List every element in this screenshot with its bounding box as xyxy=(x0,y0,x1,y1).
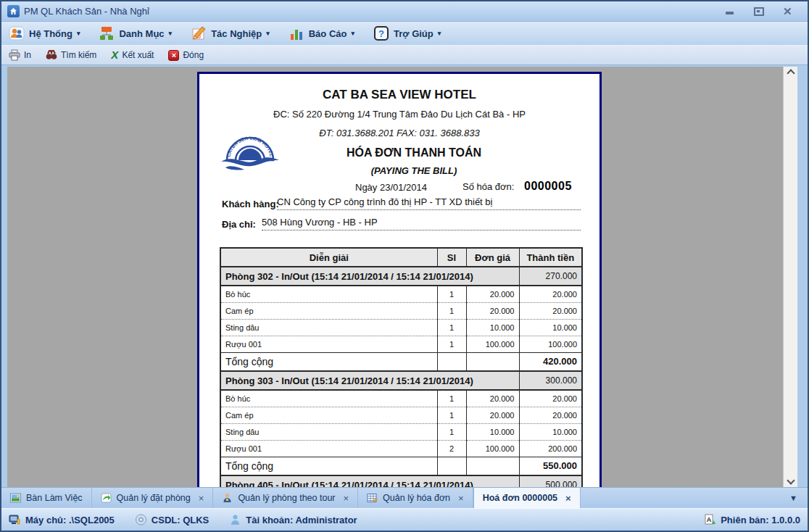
section-amount: 500.000 xyxy=(519,475,582,487)
hotel-address: ĐC: Số 220 Đường 1/4 Trung Tâm Đảo Du Lị… xyxy=(199,109,600,120)
invoice-title: HÓA ĐƠN THANH TOÁN xyxy=(228,146,600,159)
item-amount: 20.000 xyxy=(519,286,582,302)
section-row: Phòng 302 - In/Out (15:14 21/01/2014 / 1… xyxy=(220,267,582,286)
total-amount: 420.000 xyxy=(519,352,582,371)
item-amount: 10.000 xyxy=(519,319,582,336)
invoice-grid-icon xyxy=(367,493,378,503)
section-title: Phòng 303 - In/Out (15:14 21/01/2014 / 1… xyxy=(220,371,519,390)
tool-label: Kết xuất xyxy=(122,50,154,60)
item-name: Sting dâu xyxy=(220,319,437,336)
scroll-down-icon[interactable] xyxy=(787,476,795,484)
close-icon: × xyxy=(168,50,179,61)
design-pencil-icon xyxy=(191,25,207,41)
close-window-button[interactable]: ✕ xyxy=(783,7,793,16)
tool-label: Tìm kiếm xyxy=(61,50,96,60)
address-value: 508 Hùng Vương - HB - HP xyxy=(262,217,581,230)
col-header: Đơn giá xyxy=(466,248,519,267)
status-account-text: Tài khoản: Administrator xyxy=(246,515,357,525)
status-version: A Phiên bản: 1.0.0.0 xyxy=(704,514,800,525)
empty-cell xyxy=(437,457,466,475)
item-amount: 100.000 xyxy=(519,336,582,352)
item-price: 100.000 xyxy=(466,440,519,457)
tab-ban-lam-viec[interactable]: Bàn Làm Việc xyxy=(1,488,92,508)
menu-he-thong[interactable]: Hệ Thống ▾ xyxy=(9,25,80,41)
print-button[interactable]: In xyxy=(9,49,31,61)
printer-icon xyxy=(9,49,20,61)
menu-label: Tác Nghiệp xyxy=(211,28,262,39)
tab-hoa-don-0000005[interactable]: Hoá đơn 0000005 × xyxy=(473,488,581,508)
menu-bao-cao[interactable]: Báo Cáo ▾ xyxy=(289,25,354,41)
section-row: Phòng 405 - In/Out (15:14 21/01/2014 / 1… xyxy=(220,475,582,487)
app-window: PM QL Khách Sản - Nhà Nghỉ ✕ Hệ Thống ▾ xyxy=(0,0,809,532)
minimize-button[interactable] xyxy=(725,7,735,16)
item-price: 20.000 xyxy=(466,390,519,407)
tab-close-icon[interactable]: × xyxy=(344,493,349,504)
total-row: Tổng cộng 420.000 xyxy=(220,352,582,371)
empty-cell xyxy=(437,352,466,371)
col-header: Diễn giải xyxy=(220,248,437,267)
section-title: Phòng 302 - In/Out (15:14 21/01/2014 / 1… xyxy=(220,267,519,286)
item-price: 10.000 xyxy=(466,423,519,440)
item-amount: 20.000 xyxy=(519,302,582,319)
version-doc-icon: A xyxy=(704,514,716,525)
table-row: Bò húc 1 20.000 20.000 xyxy=(220,390,582,407)
invoice-page: CAT BA SEA VIEW HOTEL ĐC: Số 220 Đường 1… xyxy=(197,72,602,487)
item-price: 100.000 xyxy=(466,336,519,352)
tool-label: Đóng xyxy=(183,50,204,60)
svg-text:A: A xyxy=(707,516,712,523)
status-database: CSDL: QLKS xyxy=(135,514,209,525)
server-computer-icon xyxy=(9,514,21,525)
booking-icon xyxy=(101,493,112,503)
item-qty: 1 xyxy=(437,423,466,440)
item-qty: 1 xyxy=(437,319,466,336)
customer-label: Khách hàng: xyxy=(222,199,279,209)
menu-label: Hệ Thống xyxy=(29,28,72,39)
tab-close-icon[interactable]: × xyxy=(458,493,464,504)
close-report-button[interactable]: × Đóng xyxy=(168,50,204,61)
vertical-scrollbar[interactable] xyxy=(783,67,797,487)
item-name: Bò húc xyxy=(220,390,437,407)
users-icon xyxy=(9,25,25,41)
menu-label: Danh Mục xyxy=(119,28,164,39)
chevron-down-icon: ▾ xyxy=(266,30,270,37)
toolbar: In Tìm kiếm X Kết xuất × Đóng xyxy=(1,46,808,65)
section-title: Phòng 405 - In/Out (15:14 21/01/2014 / 1… xyxy=(220,475,519,487)
cd-disc-icon xyxy=(135,514,147,525)
help-icon: ? xyxy=(373,25,389,41)
item-name: Cam ép xyxy=(220,302,437,319)
table-row: Cam ép 1 20.000 20.000 xyxy=(220,407,582,423)
menu-tro-giup[interactable]: ? Trợ Giúp ▾ xyxy=(373,25,441,41)
status-server: Máy chủ: .\SQL2005 xyxy=(9,514,115,525)
menu-danh-muc[interactable]: Danh Mục ▾ xyxy=(99,25,172,41)
item-name: Bò húc xyxy=(220,286,437,302)
menu-label: Báo Cáo xyxy=(309,28,347,39)
scroll-up-icon[interactable] xyxy=(787,69,795,77)
chevron-down-icon: ▾ xyxy=(438,30,441,37)
document-tab-bar: Bàn Làm Việc Quản lý đặt phòng × Quản lý… xyxy=(1,487,808,508)
tab-quan-ly-dat-phong[interactable]: Quản lý đặt phòng × xyxy=(92,488,214,508)
search-button[interactable]: Tìm kiếm xyxy=(46,49,96,61)
table-row: Bò húc 1 20.000 20.000 xyxy=(220,286,582,302)
item-qty: 1 xyxy=(437,302,466,319)
chevron-down-icon: ▾ xyxy=(77,30,80,37)
export-button[interactable]: X Kết xuất xyxy=(111,49,154,61)
total-label: Tổng cộng xyxy=(220,352,437,371)
address-label: Địa chỉ: xyxy=(222,219,256,230)
invoice-number-label: Số hóa đơn: xyxy=(462,181,514,192)
tab-label: Quản lý đặt phòng xyxy=(117,493,191,503)
maximize-button[interactable] xyxy=(754,7,764,16)
viewer-right-pad xyxy=(797,67,808,487)
svg-text:?: ? xyxy=(378,28,384,39)
tab-close-icon[interactable]: × xyxy=(199,493,204,504)
table-row: Sting dâu 1 10.000 10.000 xyxy=(220,423,582,440)
table-row: Rượu 001 1 100.000 100.000 xyxy=(220,336,582,352)
user-icon xyxy=(229,514,241,525)
tab-close-icon[interactable]: × xyxy=(565,493,571,504)
tab-quan-ly-phong-theo-tour[interactable]: Quản lý phòng theo tour × xyxy=(213,488,358,508)
report-canvas: CAT BA SEA VIEW HOTEL ĐC: Số 220 Đường 1… xyxy=(7,67,783,487)
menu-tac-nghiep[interactable]: Tác Nghiệp ▾ xyxy=(191,25,270,41)
item-amount: 20.000 xyxy=(519,407,582,423)
tab-list-dropdown-icon[interactable]: ▼ xyxy=(789,494,797,502)
hotel-name: CAT BA SEA VIEW HOTEL xyxy=(199,88,600,102)
tab-quan-ly-hoa-don[interactable]: Quản lý hóa đơn × xyxy=(358,488,473,508)
